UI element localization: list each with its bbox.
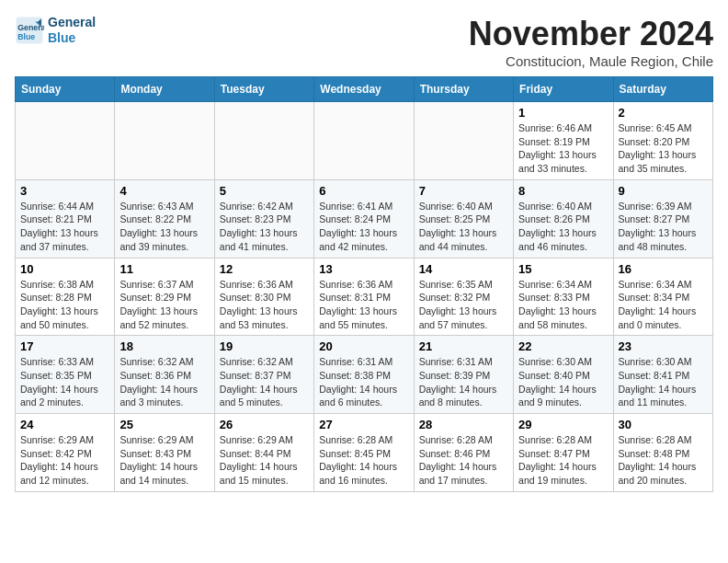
logo: General Blue General Blue (15, 15, 96, 46)
day-number: 19 (220, 339, 309, 353)
day-info: Sunrise: 6:45 AMSunset: 8:20 PMDaylight:… (619, 121, 708, 176)
calendar-cell: 21Sunrise: 6:31 AMSunset: 8:39 PMDayligh… (414, 336, 513, 414)
logo-text-general: General (48, 15, 96, 30)
day-number: 30 (619, 418, 708, 431)
day-number: 17 (20, 339, 109, 353)
day-number: 3 (20, 184, 109, 198)
day-number: 1 (518, 106, 608, 120)
calendar-cell (314, 102, 414, 180)
day-number: 8 (518, 184, 608, 198)
calendar-cell (214, 102, 313, 180)
day-info: Sunrise: 6:33 AMSunset: 8:35 PMDaylight:… (20, 355, 109, 409)
calendar-cell: 10Sunrise: 6:38 AMSunset: 8:28 PMDayligh… (16, 258, 115, 336)
calendar-cell (16, 102, 115, 180)
day-info: Sunrise: 6:42 AMSunset: 8:23 PMDaylight:… (220, 200, 309, 254)
day-number: 28 (419, 418, 508, 431)
day-number: 6 (319, 184, 408, 198)
day-info: Sunrise: 6:28 AMSunset: 8:47 PMDaylight:… (518, 433, 608, 488)
logo-text-blue: Blue (48, 30, 96, 46)
calendar-cell: 7Sunrise: 6:40 AMSunset: 8:25 PMDaylight… (414, 179, 513, 258)
calendar-cell: 13Sunrise: 6:36 AMSunset: 8:31 PMDayligh… (314, 258, 414, 336)
calendar-header-thursday: Thursday (414, 77, 513, 102)
calendar-week-row: 1Sunrise: 6:46 AMSunset: 8:19 PMDaylight… (16, 102, 713, 180)
calendar-cell: 2Sunrise: 6:45 AMSunset: 8:20 PMDaylight… (613, 102, 712, 180)
day-number: 29 (518, 418, 608, 431)
calendar-header-row: SundayMondayTuesdayWednesdayThursdayFrid… (16, 77, 713, 102)
calendar-header-saturday: Saturday (613, 77, 712, 102)
day-info: Sunrise: 6:40 AMSunset: 8:25 PMDaylight:… (419, 200, 508, 254)
day-number: 24 (20, 418, 109, 431)
day-info: Sunrise: 6:29 AMSunset: 8:42 PMDaylight:… (20, 433, 109, 488)
day-number: 16 (619, 262, 708, 276)
day-number: 5 (220, 184, 309, 198)
day-info: Sunrise: 6:35 AMSunset: 8:32 PMDaylight:… (419, 278, 508, 332)
day-number: 12 (220, 262, 309, 276)
logo-icon: General Blue (15, 16, 44, 45)
calendar-header-wednesday: Wednesday (314, 77, 414, 102)
day-number: 21 (419, 339, 508, 353)
day-number: 9 (619, 184, 708, 198)
day-number: 10 (20, 262, 109, 276)
day-number: 4 (119, 184, 209, 198)
day-number: 14 (419, 262, 508, 276)
day-number: 20 (319, 339, 408, 353)
day-info: Sunrise: 6:31 AMSunset: 8:38 PMDaylight:… (319, 355, 408, 409)
calendar-cell: 17Sunrise: 6:33 AMSunset: 8:35 PMDayligh… (16, 336, 115, 414)
calendar-cell (115, 102, 214, 180)
day-info: Sunrise: 6:32 AMSunset: 8:36 PMDaylight:… (119, 355, 209, 409)
day-info: Sunrise: 6:38 AMSunset: 8:28 PMDaylight:… (20, 278, 109, 332)
calendar-week-row: 3Sunrise: 6:44 AMSunset: 8:21 PMDaylight… (16, 179, 713, 258)
day-info: Sunrise: 6:37 AMSunset: 8:29 PMDaylight:… (119, 278, 209, 332)
calendar-table: SundayMondayTuesdayWednesdayThursdayFrid… (15, 76, 713, 492)
calendar-header-monday: Monday (115, 77, 214, 102)
day-info: Sunrise: 6:34 AMSunset: 8:34 PMDaylight:… (619, 278, 708, 332)
header: General Blue General Blue November 2024 … (15, 15, 713, 69)
calendar-week-row: 24Sunrise: 6:29 AMSunset: 8:42 PMDayligh… (16, 414, 713, 492)
calendar-cell: 18Sunrise: 6:32 AMSunset: 8:36 PMDayligh… (115, 336, 214, 414)
calendar-cell: 12Sunrise: 6:36 AMSunset: 8:30 PMDayligh… (214, 258, 313, 336)
day-info: Sunrise: 6:31 AMSunset: 8:39 PMDaylight:… (419, 355, 508, 409)
calendar-cell: 25Sunrise: 6:29 AMSunset: 8:43 PMDayligh… (115, 414, 214, 492)
calendar-cell: 20Sunrise: 6:31 AMSunset: 8:38 PMDayligh… (314, 336, 414, 414)
location-title: Constitucion, Maule Region, Chile (469, 53, 713, 69)
day-info: Sunrise: 6:43 AMSunset: 8:22 PMDaylight:… (119, 200, 209, 254)
calendar-cell: 9Sunrise: 6:39 AMSunset: 8:27 PMDaylight… (613, 179, 712, 258)
calendar-cell: 11Sunrise: 6:37 AMSunset: 8:29 PMDayligh… (115, 258, 214, 336)
calendar-header-friday: Friday (514, 77, 613, 102)
day-number: 13 (319, 262, 408, 276)
calendar-cell: 28Sunrise: 6:28 AMSunset: 8:46 PMDayligh… (414, 414, 513, 492)
calendar-cell: 22Sunrise: 6:30 AMSunset: 8:40 PMDayligh… (514, 336, 613, 414)
month-title: November 2024 (469, 15, 713, 53)
day-info: Sunrise: 6:46 AMSunset: 8:19 PMDaylight:… (518, 121, 608, 176)
day-info: Sunrise: 6:44 AMSunset: 8:21 PMDaylight:… (20, 200, 109, 254)
calendar-week-row: 17Sunrise: 6:33 AMSunset: 8:35 PMDayligh… (16, 336, 713, 414)
calendar-header-sunday: Sunday (16, 77, 115, 102)
calendar-cell: 26Sunrise: 6:29 AMSunset: 8:44 PMDayligh… (214, 414, 313, 492)
calendar-week-row: 10Sunrise: 6:38 AMSunset: 8:28 PMDayligh… (16, 258, 713, 336)
calendar-cell: 3Sunrise: 6:44 AMSunset: 8:21 PMDaylight… (16, 179, 115, 258)
calendar-cell: 16Sunrise: 6:34 AMSunset: 8:34 PMDayligh… (613, 258, 712, 336)
calendar-cell (414, 102, 513, 180)
day-info: Sunrise: 6:28 AMSunset: 8:45 PMDaylight:… (319, 433, 408, 488)
day-info: Sunrise: 6:41 AMSunset: 8:24 PMDaylight:… (319, 200, 408, 254)
calendar-cell: 15Sunrise: 6:34 AMSunset: 8:33 PMDayligh… (514, 258, 613, 336)
day-number: 15 (518, 262, 608, 276)
calendar-cell: 4Sunrise: 6:43 AMSunset: 8:22 PMDaylight… (115, 179, 214, 258)
calendar-cell: 5Sunrise: 6:42 AMSunset: 8:23 PMDaylight… (214, 179, 313, 258)
calendar-cell: 14Sunrise: 6:35 AMSunset: 8:32 PMDayligh… (414, 258, 513, 336)
day-info: Sunrise: 6:36 AMSunset: 8:30 PMDaylight:… (220, 278, 309, 332)
day-info: Sunrise: 6:39 AMSunset: 8:27 PMDaylight:… (619, 200, 708, 254)
day-number: 25 (119, 418, 209, 431)
calendar-cell: 27Sunrise: 6:28 AMSunset: 8:45 PMDayligh… (314, 414, 414, 492)
calendar-cell: 8Sunrise: 6:40 AMSunset: 8:26 PMDaylight… (514, 179, 613, 258)
svg-text:Blue: Blue (17, 31, 35, 40)
day-info: Sunrise: 6:40 AMSunset: 8:26 PMDaylight:… (518, 200, 608, 254)
day-info: Sunrise: 6:30 AMSunset: 8:40 PMDaylight:… (518, 355, 608, 409)
day-number: 23 (619, 339, 708, 353)
day-info: Sunrise: 6:34 AMSunset: 8:33 PMDaylight:… (518, 278, 608, 332)
calendar-cell: 1Sunrise: 6:46 AMSunset: 8:19 PMDaylight… (514, 102, 613, 180)
day-number: 2 (619, 106, 708, 120)
day-number: 7 (419, 184, 508, 198)
day-info: Sunrise: 6:32 AMSunset: 8:37 PMDaylight:… (220, 355, 309, 409)
calendar-cell: 24Sunrise: 6:29 AMSunset: 8:42 PMDayligh… (16, 414, 115, 492)
